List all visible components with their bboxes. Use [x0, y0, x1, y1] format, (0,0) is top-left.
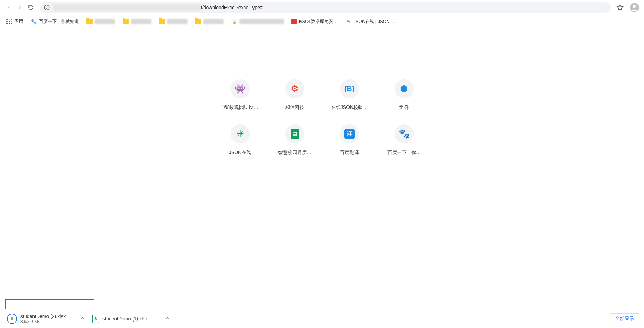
shortcut-tile[interactable]: ⬢ 组件: [380, 79, 428, 111]
reload-button[interactable]: [25, 2, 36, 13]
chevron-up-icon[interactable]: [80, 316, 85, 322]
download-filename: studentDemo (2).xlsx: [20, 314, 66, 319]
address-text: t/downloadExcel?excelType=1: [201, 5, 265, 10]
bookmark-baidu[interactable]: 🐾 百度一下，你就知道: [29, 17, 81, 26]
download-filename: studentDemo (1).xlsx: [102, 316, 148, 322]
shortcut-tile[interactable]: ✳ JSON在线: [216, 124, 264, 156]
blurred-label: [131, 19, 151, 24]
shortcut-label: 组件: [399, 104, 409, 111]
shortcut-label: 在线JSON校验…: [331, 104, 368, 111]
shortcut-tile[interactable]: 译 百度翻译: [326, 124, 373, 156]
browser-toolbar: t/downloadExcel?excelType=1: [0, 0, 644, 15]
xlsx-file-icon: [92, 315, 99, 323]
download-item[interactable]: studentDemo (2).xlsx 8.9/8.9 KB: [4, 312, 90, 326]
shortcut-tile[interactable]: ▤ 智慧校园月度…: [271, 124, 319, 156]
bookmark-mysql[interactable]: lySQL数据库免安…: [289, 17, 340, 26]
show-all-downloads-button[interactable]: 全部显示: [609, 313, 640, 324]
shortcut-label: 和信科技: [285, 104, 304, 111]
apps-label: 应用: [14, 18, 23, 25]
shortcut-tile[interactable]: 🐾 百度一下，你…: [380, 124, 428, 156]
gear-icon: ⚙: [291, 84, 299, 94]
apps-button[interactable]: 应用: [4, 17, 25, 26]
apps-grid-icon: [6, 18, 12, 25]
puzzle-icon: ✳: [236, 129, 244, 139]
shortcut-tile[interactable]: 👾 168玫瑰园UI设…: [216, 79, 264, 111]
info-icon: [44, 4, 50, 11]
new-tab-content: 👾 168玫瑰园UI设… ⚙ 和信科技 {B} 在线JSON校验… ⬢ 组件 ✳…: [0, 28, 644, 309]
folder-icon: [159, 18, 165, 25]
shortcut-tile[interactable]: ⚙ 和信科技: [271, 79, 319, 111]
bookmark-folder-2[interactable]: [121, 17, 153, 26]
shortcut-label: 百度翻译: [340, 149, 359, 156]
bookmark-label: JSON在线 | JSON…: [353, 18, 394, 25]
mysql-icon: [291, 19, 297, 24]
shortcut-tile[interactable]: {B} 在线JSON校验…: [326, 79, 373, 111]
folder-icon: [195, 18, 201, 25]
svg-marker-3: [617, 4, 623, 10]
bookmark-spring[interactable]: 🍃: [229, 17, 286, 26]
svg-point-5: [633, 5, 636, 8]
blurred-label: [203, 19, 224, 24]
address-blurred: [53, 4, 200, 11]
download-progress-text: 8.9/8.9 KB: [20, 319, 66, 324]
bookmarks-bar: 应用 🐾 百度一下，你就知道 🍃 lySQL数据库免安… ✳ JSON在线 | …: [0, 15, 644, 28]
bookmark-label: 百度一下，你就知道: [39, 18, 79, 25]
translate-icon: 译: [344, 129, 355, 139]
folder-icon: [86, 18, 93, 25]
shortcut-label: JSON在线: [229, 149, 251, 156]
baidu-paw-icon: 🐾: [31, 18, 37, 25]
monster-icon: 👾: [235, 84, 246, 94]
sheet-icon: ▤: [291, 129, 299, 139]
blurred-label: [95, 19, 115, 24]
bookmark-star-button[interactable]: [614, 1, 626, 14]
downloads-bar: studentDemo (2).xlsx 8.9/8.9 KB studentD…: [0, 309, 644, 328]
chevron-up-icon[interactable]: [165, 316, 170, 322]
blurred-label: [167, 19, 188, 24]
bookmark-folder-3[interactable]: [157, 17, 190, 26]
shortcuts-grid: 👾 168玫瑰园UI设… ⚙ 和信科技 {B} 在线JSON校验… ⬢ 组件 ✳…: [216, 79, 428, 156]
leaf-icon: 🍃: [231, 18, 237, 25]
code-icon: {B}: [344, 85, 354, 93]
shortcut-label: 168玫瑰园UI设…: [222, 104, 258, 111]
forward-button[interactable]: [14, 2, 25, 13]
bookmark-label: lySQL数据库免安…: [299, 18, 338, 25]
folder-icon: [123, 18, 129, 25]
download-progress-icon: [7, 314, 17, 324]
cube-icon: ⬢: [400, 84, 408, 94]
bookmark-json[interactable]: ✳ JSON在线 | JSON…: [343, 17, 396, 26]
user-profile-button[interactable]: [628, 1, 641, 14]
back-button[interactable]: [3, 2, 14, 13]
shortcut-label: 智慧校园月度…: [278, 149, 312, 156]
puzzle-icon: ✳: [345, 18, 351, 25]
download-item[interactable]: studentDemo (1).xlsx: [90, 313, 175, 325]
bookmark-folder-1[interactable]: [84, 17, 117, 26]
shortcut-label: 百度一下，你…: [387, 149, 421, 156]
xlsx-file-icon: [9, 315, 15, 323]
bookmark-folder-4[interactable]: [193, 17, 226, 26]
blurred-label: [239, 19, 284, 24]
address-bar[interactable]: t/downloadExcel?excelType=1: [40, 2, 611, 13]
baidu-icon: 🐾: [399, 129, 410, 139]
